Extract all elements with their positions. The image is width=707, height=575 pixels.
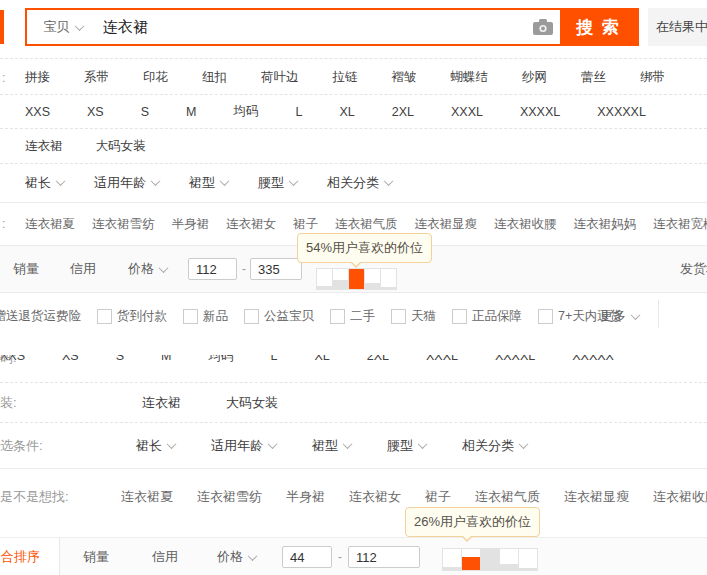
size-option[interactable]: 均码 [233, 103, 258, 120]
filter-dropdown[interactable]: 裙型 [189, 174, 228, 192]
more-dropdown[interactable]: 更多 [600, 294, 639, 338]
size-option[interactable]: XXXL [451, 105, 483, 119]
sort-sales[interactable]: 销量 [13, 260, 39, 278]
price-histogram-segment[interactable] [332, 268, 349, 290]
filter-dropdown[interactable]: 适用年龄 [211, 437, 276, 455]
price-histogram[interactable] [317, 268, 397, 290]
price-histogram-segment[interactable] [499, 548, 519, 571]
filter-tag[interactable]: 褶皱 [392, 69, 417, 86]
price-histogram-segment[interactable] [518, 548, 538, 571]
related-search-link[interactable]: 连衣裙女 [349, 488, 401, 506]
size-option[interactable]: XS [87, 105, 104, 119]
service-checkbox-item[interactable]: 赠 送退货运费险 [0, 308, 81, 325]
size-option[interactable]: S [116, 355, 124, 363]
size-option[interactable]: XXXXX [572, 355, 614, 363]
related-search-link[interactable]: 连衣裙收腰 [653, 488, 707, 506]
service-checkbox-item[interactable]: 新品 [183, 308, 228, 325]
related-search-link[interactable]: 半身裙 [286, 488, 325, 506]
service-checkbox-item[interactable]: 天猫 [391, 308, 436, 325]
filter-tag[interactable]: 拼接 [25, 69, 50, 86]
related-search-link[interactable]: 连衣裙宽松 [653, 216, 707, 233]
related-search-link[interactable]: 连衣裙妈妈 [574, 216, 637, 233]
filter-dropdown[interactable]: 相关分类 [327, 174, 392, 192]
related-search-link[interactable]: 连衣裙夏 [25, 216, 75, 233]
filter-tag[interactable]: 绑带 [640, 69, 665, 86]
search-in-results-option[interactable]: 在结果中 [648, 8, 707, 46]
size-option[interactable]: S [141, 105, 149, 119]
price-histogram[interactable] [443, 548, 538, 571]
filter-tag[interactable]: 拉链 [333, 69, 358, 86]
related-search-link[interactable]: 半身裙 [172, 216, 210, 233]
filter-tag[interactable]: 荷叶边 [261, 69, 299, 86]
price-histogram-segment[interactable] [442, 548, 462, 571]
filter-tag[interactable]: 蕾丝 [581, 69, 606, 86]
price-histogram-segment[interactable] [461, 548, 481, 571]
search-category-dropdown[interactable]: 宝贝 [27, 10, 99, 44]
related-search-link[interactable]: 连衣裙夏 [121, 488, 173, 506]
filter-tag[interactable]: 系带 [84, 69, 109, 86]
service-checkbox-item[interactable]: 二手 [330, 308, 375, 325]
sort-credit[interactable]: 信用 [152, 548, 178, 566]
camera-icon[interactable] [526, 10, 560, 44]
filter-dropdown[interactable]: 腰型 [258, 174, 297, 192]
size-option[interactable]: XXXXL [520, 105, 560, 119]
filter-dropdown[interactable]: 裙型 [312, 437, 351, 455]
filter-tag[interactable]: 纱网 [522, 69, 547, 86]
price-min-input[interactable] [282, 546, 332, 568]
size-option[interactable]: 均码 [208, 355, 233, 365]
category-option[interactable]: 大码女装 [96, 138, 146, 155]
price-histogram-segment[interactable] [380, 268, 397, 290]
price-max-input[interactable] [250, 258, 302, 280]
size-option[interactable]: XXXL [426, 355, 458, 363]
sort-composite[interactable]: 合排序 [0, 538, 60, 575]
search-button[interactable]: 搜 索 [560, 10, 637, 44]
size-option[interactable]: XL [339, 105, 354, 119]
related-search-link[interactable]: 连衣裙显瘦 [564, 488, 629, 506]
filter-dropdown[interactable]: 相关分类 [462, 437, 527, 455]
related-search-link[interactable]: 连衣裙收腰 [494, 216, 557, 233]
filter-dropdown[interactable]: 适用年龄 [94, 174, 159, 192]
size-option[interactable]: L [270, 355, 277, 363]
checkbox-icon[interactable] [538, 309, 553, 324]
size-option[interactable]: L [295, 105, 302, 119]
size-option[interactable]: XXS [25, 105, 50, 119]
service-checkbox-item[interactable]: 货到付款 [97, 308, 167, 325]
sort-price[interactable]: 价格 [217, 548, 256, 566]
filter-dropdown[interactable]: 腰型 [387, 437, 426, 455]
filter-dropdown[interactable]: 裙长 [25, 174, 64, 192]
size-option[interactable]: 2XL [392, 105, 414, 119]
search-input[interactable] [99, 10, 526, 44]
service-checkbox-item[interactable]: 正品保障 [452, 308, 522, 325]
related-search-link[interactable]: 连衣裙气质 [475, 488, 540, 506]
size-option[interactable]: M [186, 105, 196, 119]
checkbox-icon[interactable] [183, 309, 198, 324]
price-histogram-segment[interactable] [480, 548, 500, 571]
related-search-link[interactable]: 连衣裙雪纺 [92, 216, 155, 233]
filter-dropdown[interactable]: 裙长 [136, 437, 175, 455]
service-checkbox-item[interactable]: 公益宝贝 [244, 308, 314, 325]
category-option[interactable]: 连衣裙 [142, 394, 181, 412]
price-min-input[interactable] [188, 258, 237, 280]
checkbox-icon[interactable] [452, 309, 467, 324]
checkbox-icon[interactable] [330, 309, 345, 324]
related-search-link[interactable]: 连衣裙雪纺 [197, 488, 262, 506]
sort-credit[interactable]: 信用 [70, 260, 96, 278]
ship-from-link[interactable]: 发货地 [680, 260, 707, 278]
checkbox-icon[interactable] [391, 309, 406, 324]
filter-tag[interactable]: 印花 [143, 69, 168, 86]
related-search-link[interactable]: 连衣裙显瘦 [415, 216, 478, 233]
size-option[interactable]: XL [314, 355, 329, 363]
size-option[interactable]: XS [62, 355, 79, 363]
checkbox-icon[interactable] [97, 309, 112, 324]
size-option[interactable]: 2XL [367, 355, 389, 363]
related-search-link[interactable]: 裙子 [293, 216, 318, 233]
price-max-input[interactable] [348, 546, 420, 568]
size-option[interactable]: XXXXXL [597, 105, 646, 119]
category-option[interactable]: 连衣裙 [25, 138, 63, 155]
sort-sales[interactable]: 销量 [83, 548, 109, 566]
size-option[interactable]: XXXXL [495, 355, 535, 363]
price-histogram-segment[interactable] [364, 268, 381, 290]
sort-price[interactable]: 价格 [128, 260, 167, 278]
filter-tag[interactable]: 蝴蝶结 [451, 69, 489, 86]
filter-tag[interactable]: 纽扣 [202, 69, 227, 86]
